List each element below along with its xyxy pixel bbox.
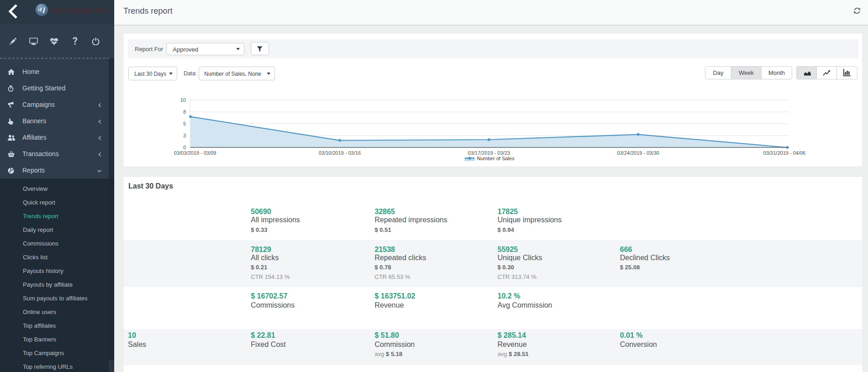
svg-text:03/24/2019 - 03/30: 03/24/2019 - 03/30 bbox=[617, 150, 659, 156]
svg-text:Number of Sales: Number of Sales bbox=[477, 156, 514, 161]
svg-text:03/03/2019 - 03/09: 03/03/2019 - 03/09 bbox=[174, 150, 216, 156]
svg-text:03/17/2019 - 03/23: 03/17/2019 - 03/23 bbox=[468, 150, 510, 156]
svg-text:5: 5 bbox=[183, 121, 186, 126]
svg-text:03/31/2019 - 04/06: 03/31/2019 - 04/06 bbox=[763, 150, 805, 156]
svg-text:10: 10 bbox=[180, 97, 186, 103]
svg-text:03/10/2019 - 03/16: 03/10/2019 - 03/16 bbox=[318, 150, 360, 156]
svg-text:8: 8 bbox=[183, 109, 186, 115]
svg-text:3: 3 bbox=[183, 133, 186, 138]
svg-text:0: 0 bbox=[183, 145, 186, 150]
